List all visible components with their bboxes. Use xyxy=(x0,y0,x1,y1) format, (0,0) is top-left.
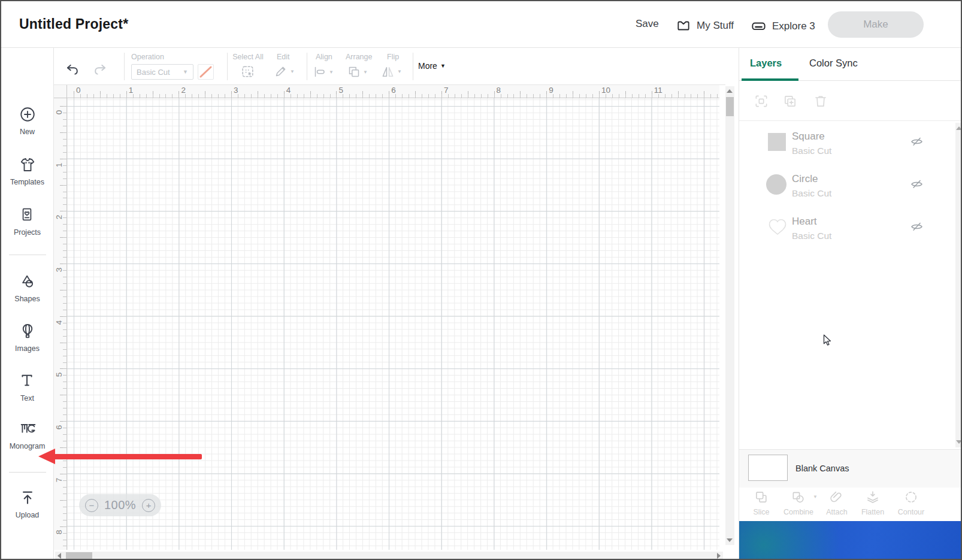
sidebar-item-label: Monogram xyxy=(1,442,53,450)
eye-slash-icon[interactable] xyxy=(909,177,925,192)
sidebar-item-projects[interactable]: Projects xyxy=(1,206,53,237)
combine-icon xyxy=(791,489,806,505)
canvas-background-row[interactable]: Blank Canvas xyxy=(739,449,962,488)
zoom-in-button[interactable]: + xyxy=(142,499,155,512)
upload-icon xyxy=(19,489,37,507)
attach-button[interactable]: Attach xyxy=(821,489,852,516)
contour-button[interactable]: Contour xyxy=(896,489,927,516)
sidebar-item-images[interactable]: Images xyxy=(1,322,53,353)
duplicate-button[interactable] xyxy=(782,93,798,109)
action-label: Combine xyxy=(783,508,814,516)
horizontal-scrollbar-thumb[interactable] xyxy=(66,552,92,560)
layer-row-square[interactable]: SquareBasic Cut xyxy=(739,127,962,169)
scroll-left-arrow[interactable] xyxy=(58,553,61,559)
ruler-number: 10 xyxy=(601,86,610,95)
sidebar-item-new[interactable]: New xyxy=(1,105,53,136)
vertical-scrollbar-thumb[interactable] xyxy=(726,97,734,116)
scroll-right-arrow[interactable] xyxy=(717,553,721,559)
flip-button[interactable]: ▼ xyxy=(380,64,402,79)
make-button[interactable]: Make xyxy=(828,11,924,38)
ruler-number: 6 xyxy=(55,423,63,432)
machine-select-button[interactable]: Explore 3 xyxy=(751,18,815,34)
square-layer-thumbnail xyxy=(768,133,786,151)
layer-operation: Basic Cut xyxy=(792,146,831,156)
ruler-number: 2 xyxy=(55,213,63,222)
trash-button[interactable] xyxy=(813,93,828,109)
scroll-down-arrow[interactable] xyxy=(727,538,733,542)
sidebar-item-label: Templates xyxy=(1,178,53,186)
scroll-up-arrow[interactable] xyxy=(727,89,733,93)
slice-button[interactable]: Slice xyxy=(746,489,777,516)
ruler-number: 7 xyxy=(444,86,449,95)
combine-button[interactable]: ▼Combine xyxy=(783,489,814,516)
save-button[interactable]: Save xyxy=(636,18,659,30)
ruler-number: 8 xyxy=(497,86,501,95)
flatten-button[interactable]: Flatten xyxy=(857,489,888,516)
cricut-design-space-window: Untitled Project* Save My Stuff Explore … xyxy=(0,0,962,560)
edit-label: Edit xyxy=(277,53,290,61)
group-button[interactable] xyxy=(754,93,769,109)
flatten-icon xyxy=(865,489,881,505)
more-button[interactable]: More ▼ xyxy=(418,61,446,71)
slice-icon xyxy=(754,489,769,505)
sidebar-item-monogram[interactable]: Monogram xyxy=(1,420,53,450)
eye-slash-icon[interactable] xyxy=(909,134,925,150)
canvas-grid[interactable] xyxy=(67,98,719,550)
undo-button[interactable] xyxy=(65,62,80,78)
eye-slash-icon[interactable] xyxy=(909,219,925,235)
select-all-button[interactable] xyxy=(240,64,255,79)
plus-circle-icon xyxy=(19,105,37,123)
canvas-thumbnail xyxy=(748,455,788,481)
sidebar-item-label: Text xyxy=(1,394,53,402)
ruler-number: 9 xyxy=(549,86,553,95)
tab-layers[interactable]: Layers xyxy=(750,57,782,69)
shapes-icon xyxy=(19,273,37,290)
vertical-scrollbar[interactable] xyxy=(725,86,734,545)
operation-color-swatch[interactable] xyxy=(198,64,214,80)
layer-name: Square xyxy=(792,131,825,143)
promo-banner[interactable] xyxy=(739,521,962,560)
monogram-icon xyxy=(19,420,37,438)
ruler-number: 0 xyxy=(55,108,63,117)
project-card-icon xyxy=(19,206,37,224)
chevron-down-icon: ▼ xyxy=(363,69,368,75)
edit-button[interactable]: ▼ xyxy=(274,64,295,78)
sidebar-item-shapes[interactable]: Shapes xyxy=(1,273,53,303)
heart-shape xyxy=(768,218,787,236)
zoom-out-button[interactable]: − xyxy=(85,499,98,512)
ruler-number: 8 xyxy=(55,528,63,537)
circle-shape xyxy=(766,174,786,195)
sidebar-item-label: Upload xyxy=(1,511,53,519)
sidebar-item-templates[interactable]: Templates xyxy=(1,156,53,186)
align-button[interactable]: ▼ xyxy=(313,65,334,79)
toolbar-divider xyxy=(413,53,413,80)
project-title[interactable]: Untitled Project* xyxy=(19,16,128,32)
action-label: Contour xyxy=(896,508,927,516)
tray-icon xyxy=(676,18,691,34)
layer-name: Circle xyxy=(792,173,818,185)
horizontal-ruler: 01234567891011 xyxy=(67,85,719,98)
more-label: More xyxy=(418,61,437,71)
ruler-number: 4 xyxy=(55,318,63,327)
layer-row-circle[interactable]: CircleBasic Cut xyxy=(739,169,962,212)
sidebar-item-label: New xyxy=(1,128,53,136)
ruler-number: 3 xyxy=(234,86,238,95)
layers-panel: Layers Color Sync xyxy=(739,48,962,560)
ruler-number: 5 xyxy=(339,86,344,95)
tab-color-sync[interactable]: Color Sync xyxy=(809,57,858,69)
ruler-number: 7 xyxy=(55,476,63,485)
sidebar-item-text[interactable]: Text xyxy=(1,372,53,402)
my-stuff-button[interactable]: My Stuff xyxy=(676,18,734,34)
layer-row-heart[interactable]: HeartBasic Cut xyxy=(739,212,962,255)
ruler-number: 1 xyxy=(55,161,63,169)
operation-dropdown[interactable]: Basic Cut ▼ xyxy=(131,64,193,80)
redo-button[interactable] xyxy=(92,62,108,78)
horizontal-scrollbar[interactable] xyxy=(55,552,723,560)
arrange-button[interactable]: ▼ xyxy=(347,65,368,79)
design-canvas-area: 01234567891011 012345678 − 100% + xyxy=(54,85,725,560)
ruler-number: 6 xyxy=(391,86,396,95)
scroll-down-arrow[interactable] xyxy=(956,440,962,444)
ruler-number: 3 xyxy=(55,265,63,274)
text-icon xyxy=(19,372,37,390)
sidebar-item-upload[interactable]: Upload xyxy=(1,489,53,519)
